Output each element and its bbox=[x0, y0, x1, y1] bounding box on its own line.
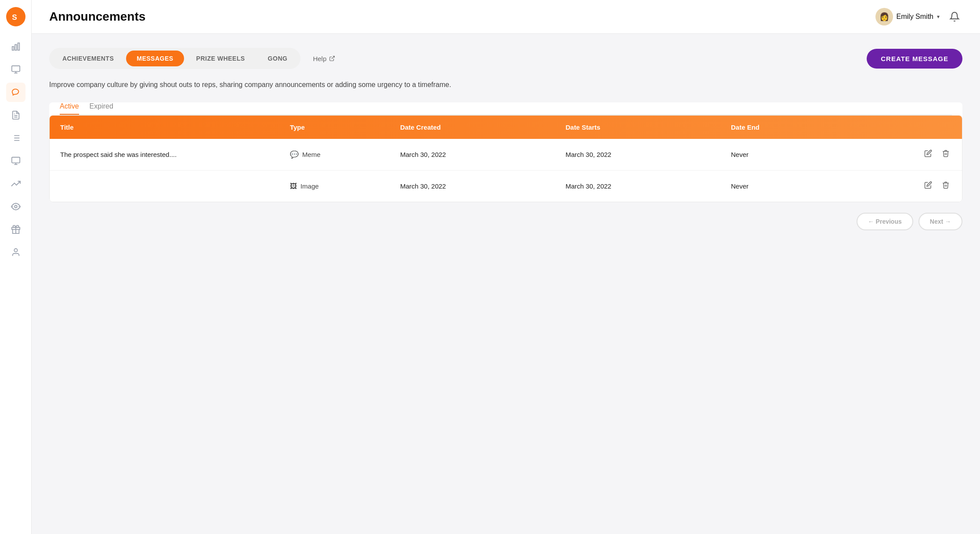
col-header-date-starts: Date Starts bbox=[565, 124, 731, 131]
avatar: 👩 bbox=[875, 8, 893, 25]
col-header-date-created: Date Created bbox=[400, 124, 566, 131]
help-label: Help bbox=[313, 55, 326, 62]
user-info[interactable]: 👩 Emily Smith ▾ bbox=[875, 8, 940, 25]
svg-rect-4 bbox=[11, 66, 19, 72]
announcements-table: Title Type Date Created Date Starts Date… bbox=[49, 115, 962, 202]
app-logo[interactable]: S bbox=[6, 7, 25, 26]
previous-button[interactable]: ← Previous bbox=[857, 213, 913, 230]
table-row: The prospect said she was interested....… bbox=[50, 139, 962, 171]
header-right: 👩 Emily Smith ▾ bbox=[875, 8, 962, 25]
tab-messages[interactable]: MESSAGES bbox=[126, 51, 184, 66]
row2-date-end: Never bbox=[731, 182, 897, 190]
row1-date-starts: March 30, 2022 bbox=[565, 151, 731, 158]
row1-actions bbox=[896, 148, 951, 161]
page-description: Improve company culture by giving shout … bbox=[49, 80, 962, 90]
row2-type: 🖼 Image bbox=[290, 182, 400, 190]
col-header-title: Title bbox=[60, 124, 290, 131]
row2-delete-button[interactable] bbox=[940, 179, 951, 193]
svg-point-21 bbox=[14, 249, 17, 252]
main-tabs: ACHIEVEMENTS MESSAGES PRIZE WHEELS GONG bbox=[49, 48, 300, 69]
filter-tab-active[interactable]: Active bbox=[60, 102, 79, 115]
row1-title: The prospect said she was interested.... bbox=[60, 150, 290, 159]
row1-edit-button[interactable] bbox=[922, 148, 934, 161]
row1-type: 💬 Meme bbox=[290, 150, 400, 159]
sidebar-item-list[interactable] bbox=[6, 128, 25, 148]
col-header-actions bbox=[896, 124, 951, 131]
announcements-section: Active Expired Title Type Date Created D… bbox=[49, 102, 962, 202]
pagination: ← Previous Next → bbox=[49, 213, 962, 230]
content-area: ACHIEVEMENTS MESSAGES PRIZE WHEELS GONG … bbox=[32, 34, 980, 534]
user-name: Emily Smith bbox=[897, 13, 933, 21]
row2-type-label: Image bbox=[300, 182, 319, 190]
chevron-down-icon: ▾ bbox=[937, 14, 940, 20]
tab-gong[interactable]: GONG bbox=[257, 51, 298, 66]
filter-tab-expired[interactable]: Expired bbox=[90, 102, 113, 115]
row1-date-created: March 30, 2022 bbox=[400, 151, 566, 158]
sidebar-item-gift[interactable] bbox=[6, 220, 25, 239]
tab-navigation: ACHIEVEMENTS MESSAGES PRIZE WHEELS GONG … bbox=[49, 48, 962, 69]
create-message-button[interactable]: CREATE MESSAGE bbox=[867, 49, 962, 69]
tab-achievements[interactable]: ACHIEVEMENTS bbox=[52, 51, 124, 66]
svg-rect-15 bbox=[11, 157, 19, 163]
row1-type-label: Meme bbox=[302, 151, 321, 158]
svg-point-18 bbox=[14, 205, 17, 208]
row2-actions bbox=[896, 179, 951, 193]
svg-line-22 bbox=[332, 56, 334, 59]
page-title: Announcements bbox=[49, 10, 145, 24]
tab-prize-wheels[interactable]: PRIZE WHEELS bbox=[186, 51, 256, 66]
col-header-date-end: Date End bbox=[731, 124, 897, 131]
notification-bell-icon[interactable] bbox=[947, 9, 962, 25]
filter-tabs: Active Expired bbox=[60, 102, 952, 115]
row1-delete-button[interactable] bbox=[940, 148, 951, 161]
row1-date-end: Never bbox=[731, 151, 897, 158]
header: Announcements 👩 Emily Smith ▾ bbox=[32, 0, 980, 34]
sidebar-item-reports[interactable] bbox=[6, 105, 25, 125]
sidebar-item-dashboard[interactable] bbox=[6, 60, 25, 79]
sidebar-item-user[interactable] bbox=[6, 243, 25, 262]
table-row: 🖼 Image March 30, 2022 March 30, 2022 Ne… bbox=[50, 171, 962, 202]
row2-date-starts: March 30, 2022 bbox=[565, 182, 731, 190]
image-icon: 🖼 bbox=[290, 182, 297, 190]
row2-edit-button[interactable] bbox=[922, 179, 934, 193]
help-link[interactable]: Help bbox=[313, 55, 335, 62]
svg-rect-3 bbox=[18, 43, 19, 51]
sidebar-item-charts[interactable] bbox=[6, 37, 25, 56]
main-content: Announcements 👩 Emily Smith ▾ ACHIEVEMEN… bbox=[32, 0, 980, 534]
sidebar: S bbox=[0, 0, 32, 534]
svg-text:S: S bbox=[12, 13, 17, 22]
svg-rect-2 bbox=[15, 44, 17, 50]
sidebar-item-announcements[interactable] bbox=[6, 83, 25, 102]
filter-tabs-wrapper: Active Expired bbox=[49, 102, 962, 115]
sidebar-item-trending[interactable] bbox=[6, 174, 25, 193]
row2-date-created: March 30, 2022 bbox=[400, 182, 566, 190]
sidebar-item-desktop[interactable] bbox=[6, 151, 25, 171]
svg-rect-1 bbox=[12, 47, 14, 50]
table-header: Title Type Date Created Date Starts Date… bbox=[50, 116, 962, 139]
col-header-type: Type bbox=[290, 124, 400, 131]
sidebar-item-eye[interactable] bbox=[6, 197, 25, 216]
meme-icon: 💬 bbox=[290, 150, 299, 159]
next-button[interactable]: Next → bbox=[919, 213, 962, 230]
